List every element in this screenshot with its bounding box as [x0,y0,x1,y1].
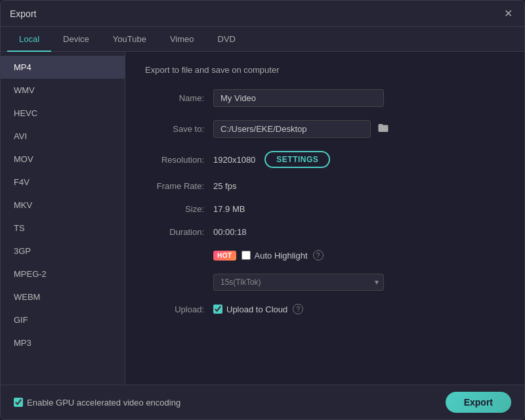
format-item-mp3[interactable]: MP3 [1,331,125,354]
format-item-webm[interactable]: WEBM [1,285,125,308]
tab-device[interactable]: Device [51,28,101,52]
highlight-dropdown-row: 15s(TikTok) 30s(Instagram) 60s(YouTube) [145,274,505,291]
format-item-wmv[interactable]: WMV [1,79,125,102]
export-dialog: Export ✕ Local Device YouTube Vimeo DVD … [0,0,525,420]
close-button[interactable]: ✕ [501,7,515,20]
format-item-gif[interactable]: GIF [1,308,125,331]
tab-youtube[interactable]: YouTube [101,28,158,52]
settings-button[interactable]: SETTINGS [264,151,330,168]
format-list: MP4 WMV HEVC AVI MOV F4V MKV TS 3GP MPEG… [1,52,125,385]
dialog-title: Export [10,9,36,19]
upload-row: Upload: Upload to Cloud ? [145,304,505,314]
gpu-encoding-label[interactable]: Enable GPU accelerated video encoding [14,398,180,408]
footer: Enable GPU accelerated video encoding Ex… [1,385,524,419]
frame-rate-row: Frame Rate: 25 fps [145,181,505,191]
size-label: Size: [145,204,204,214]
gpu-encoding-checkbox[interactable] [14,398,23,407]
tab-dvd[interactable]: DVD [206,28,247,52]
name-row: Name: [145,89,505,107]
upload-to-cloud-checkbox[interactable] [213,304,222,314]
highlight-dropdown-wrapper: 15s(TikTok) 30s(Instagram) 60s(YouTube) [213,274,384,291]
frame-rate-label: Frame Rate: [145,181,204,191]
name-input[interactable] [213,89,384,107]
auto-highlight-info-icon[interactable]: ? [313,250,324,261]
upload-label: Upload: [145,304,204,314]
format-item-avi[interactable]: AVI [1,125,125,148]
export-button[interactable]: Export [446,392,511,413]
duration-label: Duration: [145,227,204,237]
title-bar: Export ✕ [1,1,524,27]
auto-highlight-label[interactable]: Auto Highlight [242,251,308,261]
auto-highlight-row: HOT Auto Highlight ? [145,250,505,261]
format-item-mov[interactable]: MOV [1,148,125,171]
format-item-f4v[interactable]: F4V [1,171,125,194]
format-item-ts[interactable]: TS [1,217,125,240]
main-content: MP4 WMV HEVC AVI MOV F4V MKV TS 3GP MPEG… [1,52,524,385]
panel-subtitle: Export to file and save on computer [145,65,505,75]
frame-rate-value: 25 fps [213,181,236,191]
resolution-row: Resolution: 1920x1080 SETTINGS [145,151,505,168]
resolution-label: Resolution: [145,155,204,165]
duration-value: 00:00:18 [213,227,247,237]
path-input[interactable] [213,120,371,138]
highlight-row: HOT Auto Highlight ? [213,250,324,261]
upload-content: Upload to Cloud ? [213,304,303,314]
size-value: 17.9 MB [213,204,245,214]
settings-panel: Export to file and save on computer Name… [125,52,524,385]
format-item-mpeg2[interactable]: MPEG-2 [1,262,125,285]
upload-info-icon[interactable]: ? [293,304,303,314]
size-row: Size: 17.9 MB [145,204,505,214]
name-label: Name: [145,93,204,103]
format-item-mp4[interactable]: MP4 [1,56,125,79]
duration-row: Duration: 00:00:18 [145,227,505,237]
format-item-3gp[interactable]: 3GP [1,240,125,262]
highlight-dropdown[interactable]: 15s(TikTok) 30s(Instagram) 60s(YouTube) [213,274,384,291]
auto-highlight-checkbox[interactable] [242,251,251,260]
tab-vimeo[interactable]: Vimeo [158,28,206,52]
save-to-label: Save to: [145,124,204,134]
folder-icon [377,122,389,134]
hot-badge: HOT [213,251,236,261]
path-row [213,120,392,138]
tab-local[interactable]: Local [7,28,51,52]
resolution-content: 1920x1080 SETTINGS [213,151,330,168]
save-to-row: Save to: [145,120,505,138]
folder-button[interactable] [375,121,392,138]
format-item-mkv[interactable]: MKV [1,194,125,217]
upload-to-cloud-label[interactable]: Upload to Cloud [213,304,287,314]
format-item-hevc[interactable]: HEVC [1,102,125,125]
tab-bar: Local Device YouTube Vimeo DVD [1,27,524,52]
resolution-value: 1920x1080 [213,155,255,165]
